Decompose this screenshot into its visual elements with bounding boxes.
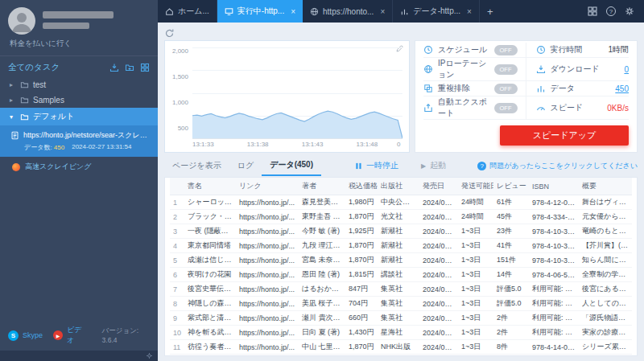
avatar[interactable] bbox=[8, 7, 35, 35]
column-header[interactable]: 税込価格 bbox=[345, 178, 378, 195]
x-tick-label: 13:1:38 bbox=[247, 141, 269, 148]
table-cell: ブラック・ショ... bbox=[184, 210, 236, 224]
table-cell: 978-4-06-5331... bbox=[529, 268, 579, 282]
tab-browser[interactable]: https://honto... × bbox=[303, 0, 393, 23]
status-label: IPローテーション bbox=[438, 58, 489, 80]
close-tab-icon[interactable]: × bbox=[291, 7, 295, 16]
table-row[interactable]: 1シャーロック・...https://honto.jp/...森見登美彦 (著)… bbox=[170, 195, 632, 210]
pay-link[interactable]: 料金を払いに行く bbox=[0, 36, 158, 55]
data-count[interactable]: 450 bbox=[615, 84, 629, 93]
caret-collapsed-icon[interactable]: ▸ bbox=[10, 96, 16, 104]
table-cell: 講談社 bbox=[378, 268, 419, 282]
table-cell: 新潮社 bbox=[378, 224, 419, 239]
table-cell: 成瀬は信じた道... bbox=[184, 253, 236, 268]
column-header[interactable]: 発送可能日 bbox=[458, 178, 493, 195]
download-count[interactable]: 0 bbox=[624, 65, 629, 74]
pause-button[interactable]: 一時停止 bbox=[355, 160, 398, 171]
table-row[interactable]: 11彷徨う奏者たちhttps://honto.jp/...中山 七里 (著)1,… bbox=[170, 340, 632, 355]
row-number-cell: 7 bbox=[170, 282, 184, 297]
data-bars-icon bbox=[400, 7, 409, 16]
column-header[interactable]: ISBN bbox=[529, 178, 579, 195]
ip-rotation-toggle[interactable]: OFF bbox=[494, 64, 518, 75]
auto-export-toggle[interactable]: OFF bbox=[494, 103, 518, 113]
table-row[interactable]: 10神を斬る武士...https://honto.jp/...日向 夏 (著)1… bbox=[170, 326, 632, 340]
new-tab-button[interactable]: + bbox=[480, 0, 501, 23]
sidebar-folder-test[interactable]: ▸ test bbox=[0, 77, 158, 92]
question-icon: ? bbox=[477, 162, 486, 170]
new-folder-icon[interactable] bbox=[125, 63, 134, 72]
masked-user-info bbox=[43, 7, 114, 29]
close-tab-icon[interactable]: × bbox=[380, 7, 385, 16]
gear-icon[interactable] bbox=[625, 6, 634, 16]
view-toggle-icon[interactable] bbox=[140, 63, 150, 72]
table-row[interactable]: 6夜明けの花園https://honto.jp/...恩田 陸 (著)1,815… bbox=[170, 268, 632, 282]
refresh-icon[interactable] bbox=[164, 28, 175, 39]
table-row[interactable]: 9紫式部と清少納...https://honto.jp/...瀬川 貴次 (著)… bbox=[170, 311, 632, 326]
import-task-icon[interactable] bbox=[109, 63, 119, 72]
column-header[interactable]: 出版社 bbox=[378, 178, 419, 195]
table-cell: 評価5.0 bbox=[493, 297, 529, 311]
tab-data[interactable]: データ-http... × bbox=[393, 0, 480, 23]
video-icon[interactable]: ▶ bbox=[53, 330, 63, 340]
table-cell: 集英社 bbox=[378, 297, 419, 311]
video-link[interactable]: ビデオ bbox=[67, 325, 87, 346]
row-number-cell: 1 bbox=[170, 195, 184, 210]
dedupe-toggle[interactable]: OFF bbox=[494, 84, 518, 94]
fast-scraping-icon bbox=[12, 163, 20, 171]
folder-label: test bbox=[33, 80, 46, 89]
table-row[interactable]: 7後宮史華伝 すべ...https://honto.jp/...はるおかりの (… bbox=[170, 282, 632, 297]
tab-show-page[interactable]: ページを表示 bbox=[164, 157, 229, 175]
caret-expanded-icon[interactable]: ▾ bbox=[10, 113, 16, 121]
schedule-clock-icon bbox=[423, 45, 433, 55]
table-cell: 978-4-334-101... bbox=[529, 210, 579, 224]
column-header[interactable]: 著者 bbox=[299, 178, 345, 195]
speedup-button[interactable]: スピードアップ bbox=[500, 125, 629, 146]
table-cell: https://honto.jp/... bbox=[236, 340, 299, 355]
layout-grid-icon[interactable] bbox=[588, 6, 597, 16]
fast-scraping-mode[interactable]: 高速スクレイピング bbox=[0, 157, 158, 177]
x-tick-label: 13:1:48 bbox=[357, 141, 378, 148]
skype-link[interactable]: Skype bbox=[23, 331, 43, 339]
column-header[interactable]: 書名 bbox=[184, 178, 236, 195]
start-button[interactable]: ▶ 起動 bbox=[421, 160, 446, 171]
table-row[interactable]: 4東京都同情塔https://honto.jp/...九段 理江 (著)1,87… bbox=[170, 239, 632, 253]
settings-small-icon[interactable] bbox=[146, 352, 153, 359]
task-data-count: データ数: 450 bbox=[24, 143, 64, 152]
x-tick-label: 0 bbox=[397, 141, 400, 148]
table-row[interactable]: 2ブラック・ショ...https://honto.jp/...東野圭吾 (著)1… bbox=[170, 210, 632, 224]
table-cell: 660円 bbox=[345, 311, 378, 326]
task-title: https://honto.jp/netstore/sear-スクレイピング bbox=[23, 130, 151, 141]
skype-icon[interactable]: S bbox=[8, 330, 19, 341]
table-cell: 【芥川賞】(17... bbox=[579, 239, 632, 253]
speed-gauge-icon bbox=[536, 103, 546, 113]
caret-collapsed-icon[interactable]: ▸ bbox=[10, 81, 16, 88]
table-row[interactable]: 8神隠しの森 9...https://honto.jp/...美凪 桜子 (著)… bbox=[170, 297, 632, 311]
table-cell: 実家の診療所を... bbox=[579, 326, 632, 340]
sidebar-folder-default[interactable]: ▾ デフォルト bbox=[0, 108, 158, 125]
table-cell: 竜崎のもとに、... bbox=[579, 224, 632, 239]
table-row[interactable]: 3一夜 (隠蔽捜査...https://honto.jp/...今野 敏 (著)… bbox=[170, 224, 632, 239]
close-tab-icon[interactable]: × bbox=[467, 7, 472, 16]
problem-help-link[interactable]: ? 問題があったらここをクリックしてください bbox=[477, 161, 638, 171]
column-header[interactable]: リンク bbox=[236, 178, 299, 195]
y-tick-label: 1,000 bbox=[172, 99, 188, 106]
column-header[interactable]: 概要 bbox=[579, 178, 632, 195]
table-cell: 1~3日 bbox=[458, 239, 493, 253]
tab-home[interactable]: ホーム... bbox=[158, 0, 217, 23]
sidebar-folder-samples[interactable]: ▸ Samples bbox=[0, 92, 158, 108]
table-cell: 2024/01/26 bbox=[419, 326, 458, 340]
column-header[interactable]: レビュー bbox=[493, 178, 529, 195]
table-cell: 元女優から美大... bbox=[579, 210, 632, 224]
tab-running-task[interactable]: 実行中-http... × bbox=[217, 0, 303, 23]
table-cell: 全寮制の学園で... bbox=[579, 268, 632, 282]
task-timestamp: 2024-02-27 13:31:54 bbox=[72, 143, 131, 152]
tab-data-view[interactable]: データ(450) bbox=[262, 156, 321, 176]
help-icon[interactable]: ? bbox=[606, 6, 616, 16]
tab-log[interactable]: ログ bbox=[229, 157, 262, 175]
column-header[interactable]: 発売日 bbox=[419, 178, 458, 195]
table-cell: 2件 bbox=[493, 326, 529, 340]
task-item[interactable]: https://honto.jp/netstore/sear-スクレイピング デ… bbox=[0, 125, 158, 157]
table-cell: 光文社 bbox=[378, 210, 419, 224]
schedule-toggle[interactable]: OFF bbox=[494, 45, 518, 55]
table-row[interactable]: 5成瀬は信じた道...https://honto.jp/...宮島 未奈 (著)… bbox=[170, 253, 632, 268]
